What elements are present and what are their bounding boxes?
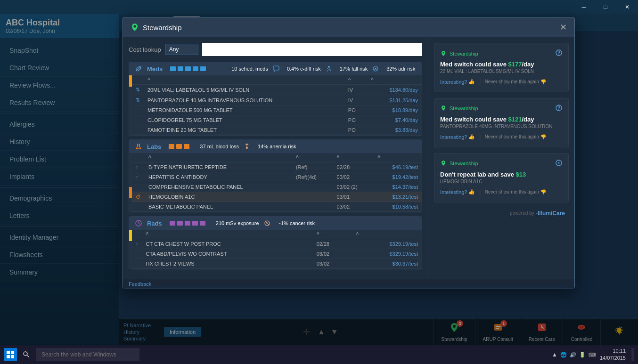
svg-point-13 [328, 66, 330, 68]
taskbar: ▲ 🌐 🔊 🔋 ⌨ 10:11 14/07/2015 [0, 345, 638, 364]
med-route: IV [344, 85, 367, 95]
lab-name: COMPREHENSIVE METABOLIC PANEL [145, 182, 292, 192]
cost-lookup-input[interactable] [202, 43, 422, 56]
cost-lookup-select[interactable]: Any Insurance Patient [165, 44, 198, 55]
taskbar-search-icon[interactable] [21, 349, 32, 360]
lab-ref [292, 202, 333, 212]
suggestion-brand-2: Stewardship [450, 105, 478, 111]
minimize-button[interactable]: ─ [573, 0, 595, 14]
interesting-button-1[interactable]: Interesting? 👍 [440, 79, 475, 85]
modal-close-button[interactable]: ✕ [560, 22, 567, 32]
med-name: METRONIDAZOLE 500 MG TABLET [144, 105, 344, 115]
meds-icon [135, 65, 142, 73]
meds-col-name: ^ [144, 75, 344, 85]
svg-rect-30 [11, 355, 14, 358]
feedback-link[interactable]: Feedback [129, 281, 151, 287]
lab-ref: (Ref) [292, 162, 333, 172]
table-row: ⏱ HEMOGLOBIN A1C 03/01 $13.21/test [132, 192, 422, 202]
stewardship-suggestion-icon-1 [440, 50, 447, 57]
suggestion-brand-3: Stewardship [450, 161, 478, 166]
row-icon [132, 125, 144, 135]
labs-col-name: ^ [145, 153, 292, 162]
suggestion-header-2: Stewardship [440, 104, 563, 113]
interesting-button-3[interactable]: Interesting? 👍 [440, 189, 475, 195]
modal-body: Cost lookup Any Insurance Patient Meds [123, 37, 574, 279]
start-button[interactable] [4, 348, 17, 361]
labs-section-header: Labs 37 mL blood loss 14% anemia risk [129, 140, 422, 153]
meds-section: Meds 10 sched. meds 0.4% c-diff risk 17%… [129, 62, 422, 136]
labs-section: Labs 37 mL blood loss 14% anemia risk [129, 139, 422, 212]
chat-icon [273, 65, 279, 72]
med-route: PO [344, 125, 367, 135]
thumbs-up-icon: 👍 [468, 134, 475, 140]
rads-bar [170, 221, 205, 226]
never-show-button-1[interactable]: Never show me this again 👎 [485, 79, 546, 84]
row-icon [132, 249, 142, 259]
table-row: FAMOTIDINE 20 MG TABLET PO $3.83/day [132, 125, 422, 135]
labs-stat2: 14% anemia risk [258, 144, 296, 149]
taskbar-clock: 10:11 14/07/2015 [600, 348, 626, 362]
svg-point-21 [558, 54, 559, 55]
suggestion-detail-2: PANTOPRAZOLE 40MG INTRAVENOUS SOLUTION [440, 124, 563, 129]
taskbar-right: ▲ 🌐 🔊 🔋 ⌨ 10:11 14/07/2015 [552, 348, 634, 362]
svg-point-19 [443, 52, 444, 53]
rad-date: 03/02 [313, 259, 352, 269]
taskbar-search-input[interactable] [36, 348, 139, 361]
rads-stat2: ~1% cancer risk [278, 220, 315, 226]
suggestion-title-2: Med switch could save $121/day [440, 116, 563, 124]
rad-name: HX CHEST 2 VIEWS [142, 259, 313, 269]
med-route: IV [344, 95, 367, 105]
svg-rect-28 [11, 351, 14, 354]
lab-name: HEMOGLOBIN A1C [145, 192, 292, 202]
lab-name: BASIC METABOLIC PANEL [145, 202, 292, 212]
show-desktop-button[interactable] [631, 348, 634, 361]
lab-date: 03/02 (2) [333, 182, 374, 192]
lab-price: $14.37/test [374, 182, 422, 192]
lab-price: $19.42/test [374, 172, 422, 182]
svg-point-22 [443, 107, 444, 108]
suggestion-detail-icon-2 [555, 104, 563, 113]
rads-col-icon [132, 230, 142, 239]
med-price: $184.80/day [367, 85, 422, 95]
maximize-button[interactable]: □ [595, 0, 616, 14]
suggestion-title-3: Don't repeat lab and save $13 [440, 171, 563, 179]
never-show-button-3[interactable]: Never show me this again 👎 [485, 189, 546, 194]
never-show-button-2[interactable]: Never show me this again 👎 [485, 134, 546, 139]
svg-rect-12 [273, 66, 279, 70]
rad-name: CTA ABD/PELVIS WO CONTRAST [142, 249, 313, 259]
med-price: $7.40/day [367, 115, 422, 125]
med-price: $3.83/day [367, 125, 422, 135]
meds-table: ^ ^ ^ ⇅ 20ML VIAL: LABETALOL 5 MG/ML IV … [132, 75, 422, 135]
med-name: PANTOPRAZOLE 40 MG INTRAVENOUS SOLUTION [144, 95, 344, 105]
taskbar-date-value: 14/07/2015 [600, 355, 626, 362]
row-icon [132, 115, 144, 125]
interesting-button-2[interactable]: Interesting? 👍 [440, 134, 475, 140]
suggestion-brand-1: Stewardship [450, 51, 478, 57]
thumbs-down-icon: 👎 [540, 79, 546, 84]
labs-title: Labs [147, 143, 161, 150]
table-row: ↑ HEPATITIS C ANTIBODY (Ref)(4d) 03/02 $… [132, 172, 422, 182]
lab-ref [292, 192, 333, 202]
taskbar-keyboard-icon: ⌨ [589, 352, 596, 358]
thumbs-up-icon: 👍 [468, 79, 475, 85]
med-route: PO [344, 105, 367, 115]
lab-date: 03/02 [333, 202, 374, 212]
row-icon: ⏱ [132, 192, 145, 202]
modal-right-panel: Stewardship Med switch could save $177/d… [428, 37, 574, 279]
lab-price: $46.19/test [374, 162, 422, 172]
med-name: 20ML VIAL: LABETALOL 5 MG/ML IV SOLN [144, 85, 344, 95]
rads-stat1: 210 mSv exposure [216, 220, 259, 226]
row-icon [132, 202, 145, 212]
row-icon: ↑ [132, 172, 145, 182]
table-row: ⇅ PANTOPRAZOLE 40 MG INTRAVENOUS SOLUTIO… [132, 95, 422, 105]
suggestion-card-1: Stewardship Med switch could save $177/d… [434, 43, 569, 92]
lab-price: $10.58/test [374, 202, 422, 212]
taskbar-battery-icon: 🔋 [579, 352, 586, 358]
med-name: FAMOTIDINE 20 MG TABLET [144, 125, 344, 135]
svg-point-16 [246, 147, 248, 149]
app-close-button[interactable]: ✕ [616, 0, 638, 14]
rad-name: CT CTA CHEST W POST PROC [142, 239, 313, 249]
lab-date: 02/28 [333, 162, 374, 172]
table-row: CLOPIDOGREL 75 MG TABLET PO $7.40/day [132, 115, 422, 125]
powered-by: powered by ·IllumiCare [434, 208, 569, 218]
